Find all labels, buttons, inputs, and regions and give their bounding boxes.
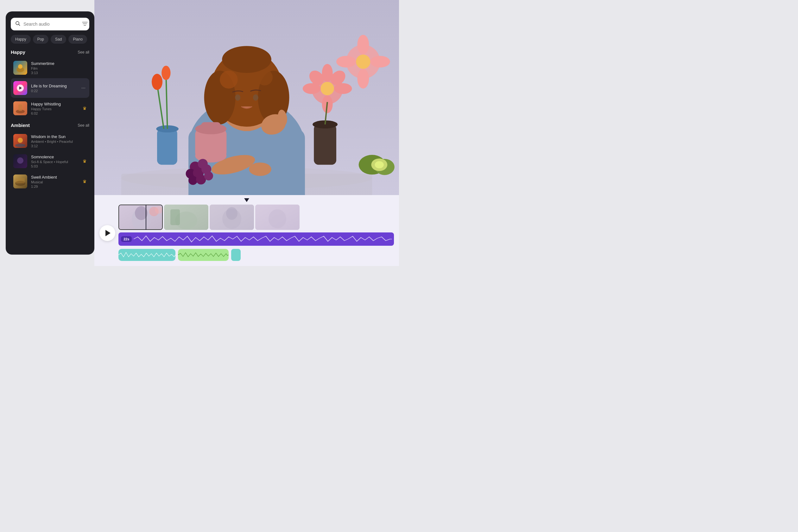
play-button[interactable] (99, 225, 115, 241)
track-summertime[interactable]: Summertime Film 3:13 (11, 58, 89, 78)
svg-point-45 (152, 74, 163, 90)
right-panel: 22s (94, 0, 399, 266)
chip-pop[interactable]: Pop (33, 35, 49, 44)
video-preview (94, 0, 399, 195)
waveform-teal (118, 251, 175, 259)
track-dur-whistle: 6:02 (31, 112, 79, 115)
video-thumb-1[interactable] (118, 205, 163, 230)
svg-rect-18 (16, 178, 25, 183)
timeline-tracks: 22s (118, 205, 394, 262)
svg-rect-51 (314, 125, 336, 165)
audio-panel: Happy Pop Sad Piano Jazz Bi› Happy See a… (6, 12, 94, 254)
track-badge-somno: ♛ (83, 159, 87, 164)
track-wisdom-sun[interactable]: Wisdom in the Sun Ambient • Bright • Pea… (11, 131, 89, 151)
track-info-wisdom: Wisdom in the Sun Ambient • Bright • Pea… (31, 134, 87, 148)
track-sub-wisdom: Ambient • Bright • Peaceful (31, 140, 87, 144)
waveform-green (178, 251, 229, 259)
svg-rect-41 (157, 129, 177, 165)
svg-point-64 (357, 69, 369, 88)
track-name-life: Life is for Dreaming (31, 83, 76, 88)
svg-line-1 (19, 24, 20, 26)
svg-point-33 (220, 71, 238, 89)
audio-label: 22s (121, 236, 132, 242)
video-thumb-4[interactable] (255, 205, 300, 230)
svg-point-35 (209, 100, 222, 113)
svg-point-7 (18, 64, 22, 69)
happy-section-title: Happy (11, 50, 25, 55)
track-thumb-wisdom (13, 134, 27, 148)
video-strip-row (118, 205, 394, 230)
track-swell-ambient[interactable]: Swell Ambient Musical 1:29 ♛ (11, 172, 89, 191)
track-thumb-swell (13, 174, 27, 188)
playhead-line (146, 205, 146, 230)
track-thumb-whistle (13, 101, 27, 115)
search-bar[interactable] (11, 18, 89, 31)
track-dur-swell: 1:29 (31, 185, 79, 188)
playhead-marker (94, 198, 399, 202)
track-somnolence[interactable]: Somnolence Sci-fi & Space • Hopeful 5:03… (11, 151, 89, 171)
svg-rect-50 (201, 122, 221, 131)
track-happy-whistling[interactable]: Happy Whistling Happy Tunes 6:02 ♛ (11, 98, 89, 118)
svg-rect-87 (170, 209, 180, 225)
audio-clip-teal-small[interactable] (231, 249, 241, 261)
filter-icon[interactable] (82, 21, 88, 27)
track-info-summertime: Summertime Film 3:13 (31, 61, 87, 75)
track-name-somno: Somnolence (31, 154, 79, 159)
audio-track-purple[interactable]: 22s (118, 232, 394, 246)
audio-clip-green[interactable] (178, 249, 229, 261)
genre-chips: Happy Pop Sad Piano Jazz Bi› (11, 35, 89, 44)
ambient-section-header: Ambient See all (11, 122, 89, 128)
track-info-swell: Swell Ambient Musical 1:29 (31, 175, 79, 188)
video-thumb-2[interactable] (164, 205, 208, 230)
search-input[interactable] (23, 21, 79, 26)
happy-section-header: Happy See all (11, 50, 89, 55)
track-info-somno: Somnolence Sci-fi & Space • Hopeful 5:03 (31, 154, 79, 168)
chip-piano[interactable]: Piano (69, 35, 87, 44)
chip-happy[interactable]: Happy (11, 35, 31, 44)
playhead-arrow (244, 198, 249, 202)
video-thumb-3[interactable] (210, 205, 254, 230)
track-sub-somno: Sci-fi & Space • Hopeful (31, 160, 79, 164)
track-thumb-summertime (13, 61, 27, 75)
timeline-scroll: 22s (94, 205, 399, 262)
track-badge-swell: ♛ (83, 179, 87, 184)
chip-sad[interactable]: Sad (51, 35, 66, 44)
svg-point-12 (18, 138, 23, 143)
svg-point-13 (15, 144, 25, 147)
svg-point-66 (370, 56, 390, 68)
track-name-whistle: Happy Whistling (31, 102, 79, 107)
svg-point-90 (226, 207, 238, 220)
search-icon (15, 21, 20, 27)
ambient-see-all[interactable]: See all (78, 123, 89, 128)
track-thumb-life (13, 81, 27, 95)
svg-point-36 (271, 97, 285, 111)
happy-see-all[interactable]: See all (78, 50, 89, 55)
audio-clip-teal[interactable] (118, 249, 175, 261)
track-sub-whistle: Happy Tunes (31, 107, 79, 111)
audio-clips-row (118, 248, 394, 262)
track-dur-somno: 5:03 (31, 164, 79, 168)
svg-point-38 (253, 94, 259, 101)
svg-point-15 (17, 157, 23, 164)
svg-point-32 (222, 46, 271, 73)
track-name-summertime: Summertime (31, 61, 87, 66)
svg-point-26 (249, 163, 271, 176)
svg-point-34 (256, 69, 273, 86)
track-dur-life: 0:22 (31, 89, 76, 93)
svg-point-92 (268, 209, 286, 228)
play-overlay-life[interactable] (17, 84, 24, 92)
track-sub-swell: Musical (31, 180, 79, 184)
track-name-wisdom: Wisdom in the Sun (31, 134, 87, 139)
track-dur-summertime: 3:13 (31, 71, 87, 75)
track-dur-wisdom: 3:12 (31, 144, 87, 148)
scene-svg (94, 0, 399, 195)
svg-point-46 (162, 66, 170, 80)
track-name-swell: Swell Ambient (31, 175, 79, 179)
track-thumb-somno (13, 154, 27, 168)
track-sub-summertime: Film (31, 66, 87, 70)
track-more-life[interactable]: ··· (80, 84, 87, 92)
track-info-life: Life is for Dreaming 0:22 (31, 83, 76, 93)
track-life-dreaming[interactable]: Life is for Dreaming 0:22 ··· (11, 78, 89, 98)
svg-rect-10 (18, 104, 22, 111)
svg-point-65 (336, 56, 356, 68)
